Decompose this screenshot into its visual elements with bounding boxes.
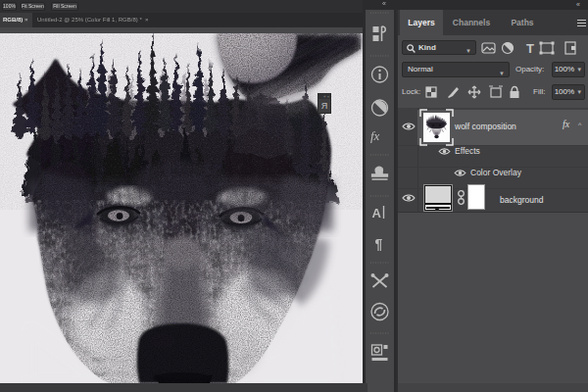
- svg-text:T: T: [526, 41, 534, 56]
- svg-text:fx: fx: [370, 128, 380, 143]
- svg-text:A: A: [372, 206, 382, 220]
- svg-text:¶: ¶: [375, 236, 383, 252]
